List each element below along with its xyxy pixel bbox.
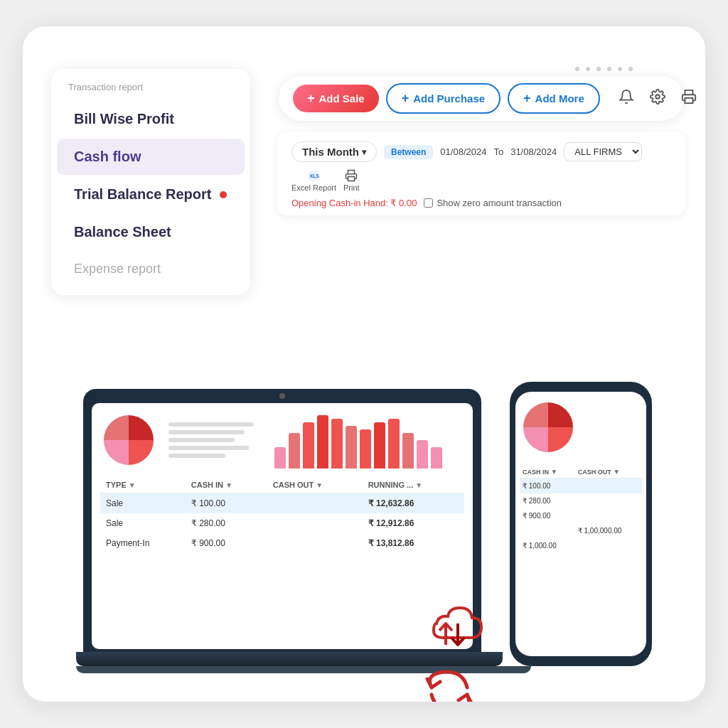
table-row: ₹ 1,000.00 [520, 538, 642, 553]
phone-pie-chart [520, 399, 577, 456]
add-sale-button[interactable]: + Add Sale [293, 85, 379, 112]
sidebar-item-cash-flow[interactable]: Cash flow [57, 139, 245, 175]
bar-item [374, 422, 385, 469]
settings-button[interactable] [646, 86, 670, 111]
cell-cash-out [267, 533, 363, 553]
phone-notch [560, 382, 602, 390]
phone-cash-table: CASH IN ▼ CASH OUT ▼ ₹ 100.00 ₹ 280.00 ₹… [520, 466, 642, 553]
phone-cell-cash-in: ₹ 900.00 [520, 508, 575, 523]
phone-cell-cash-in: ₹ 1,000.00 [520, 538, 575, 553]
plus-icon: + [402, 91, 410, 106]
svg-rect-4 [348, 177, 355, 181]
phone-cell-cash-in: ₹ 280.00 [520, 493, 575, 508]
all-firms-select[interactable]: ALL FIRMS [564, 142, 642, 161]
svg-point-9 [575, 67, 579, 71]
phone-cell-cash-out [575, 538, 642, 553]
cell-cash-out [267, 513, 363, 533]
print-button[interactable] [677, 86, 701, 111]
laptop-pie-chart [100, 412, 157, 469]
sidebar-item-label: Trial Balance Report [74, 186, 211, 203]
notification-button[interactable] [614, 86, 638, 111]
sidebar-section-label: Transaction report [51, 82, 250, 100]
main-card: // inline dots Transaction report Bill W… [23, 26, 705, 702]
show-zero-checkbox[interactable] [424, 198, 433, 208]
bar-item [388, 419, 400, 469]
laptop-cash-table: TYPE ▼ CASH IN ▼ CASH OUT ▼ RUNNING ... … [100, 477, 464, 553]
laptop-bar-chart [274, 412, 464, 469]
opening-cash-text: Opening Cash-in Hand: ₹ 0.00 [291, 198, 417, 208]
bar-item [331, 419, 343, 469]
phone-cell-cash-out: ₹ 1,00,000.00 [575, 523, 642, 538]
cell-running: ₹ 12,632.86 [363, 493, 464, 514]
table-row: ₹ 900.00 [520, 508, 642, 523]
col-cash-in: CASH IN ▼ [186, 477, 267, 493]
phone-cell-cash-out [575, 493, 642, 508]
date-from: 01/08/2024 [440, 146, 486, 157]
bar-item [317, 415, 328, 469]
this-month-button[interactable]: This Month ▾ [291, 141, 377, 162]
svg-point-11 [596, 67, 601, 71]
sidebar-item-expense-report[interactable]: Expense report [57, 252, 245, 287]
sidebar-item-trial-balance[interactable]: Trial Balance Report [57, 176, 245, 213]
add-sale-label: Add Sale [319, 92, 365, 105]
table-row: ₹ 1,00,000.00 [520, 523, 642, 538]
sidebar-item-label: Expense report [74, 262, 161, 277]
bar-item [289, 433, 300, 469]
mockup-area: TYPE ▼ CASH IN ▼ CASH OUT ▼ RUNNING ... … [23, 353, 705, 695]
col-cash-out: CASH OUT ▼ [267, 477, 363, 493]
svg-point-13 [618, 67, 622, 71]
table-row: Sale ₹ 280.00 ₹ 12,912.86 [100, 513, 464, 533]
cell-cash-in: ₹ 280.00 [186, 513, 267, 533]
bar-item [346, 426, 357, 469]
cell-type: Sale [100, 513, 186, 533]
cell-running: ₹ 12,912.86 [363, 513, 464, 533]
excel-report-label: Excel Report [291, 183, 336, 192]
phone-screen: CASH IN ▼ CASH OUT ▼ ₹ 100.00 ₹ 280.00 ₹… [515, 392, 646, 656]
sidebar-item-bill-wise-profit[interactable]: Bill Wise Profit [57, 101, 245, 137]
plus-icon: + [307, 91, 315, 106]
col-type: TYPE ▼ [100, 477, 186, 493]
print-label: Print [343, 183, 360, 192]
phone-mockup: CASH IN ▼ CASH OUT ▼ ₹ 100.00 ₹ 280.00 ₹… [510, 382, 652, 680]
plus-icon: + [523, 91, 531, 106]
sidebar-item-label: Cash flow [74, 149, 141, 165]
sidebar: Transaction report Bill Wise Profit Cash… [51, 69, 250, 295]
svg-point-10 [586, 67, 590, 71]
sidebar-item-balance-sheet[interactable]: Balance Sheet [57, 214, 245, 250]
bar-item [303, 422, 314, 469]
cell-type: Payment-In [100, 533, 186, 553]
svg-point-0 [655, 95, 660, 99]
table-row: Sale ₹ 100.00 ₹ 12,632.86 [100, 493, 464, 514]
svg-rect-1 [685, 98, 692, 103]
excel-report-button[interactable]: XLS Excel Report [291, 169, 336, 192]
date-to: 31/08/2024 [510, 146, 557, 157]
lines-placeholder [168, 422, 263, 458]
phone-cell-cash-in [520, 523, 575, 538]
bar-item [274, 447, 286, 469]
laptop-camera [279, 393, 285, 399]
add-purchase-button[interactable]: + Add Purchase [386, 83, 500, 114]
bar-item [431, 447, 442, 469]
table-row: ₹ 100.00 [520, 478, 642, 494]
cell-type: Sale [100, 493, 186, 514]
add-purchase-label: Add Purchase [413, 92, 485, 105]
phone-cell-cash-out [575, 478, 642, 494]
show-zero-checkbox-label[interactable]: Show zero amount transaction [424, 198, 562, 208]
svg-text:XLS: XLS [310, 173, 320, 178]
to-label: To [493, 146, 503, 157]
cell-running: ₹ 13,812.86 [363, 533, 464, 553]
filter-bar: This Month ▾ Between 01/08/2024 To 31/08… [277, 132, 685, 215]
col-running: RUNNING ... ▼ [363, 477, 464, 493]
add-more-button[interactable]: + Add More [508, 83, 600, 114]
table-row: ₹ 280.00 [520, 493, 642, 508]
chevron-down-icon: ▾ [362, 147, 366, 157]
bar-item [360, 429, 371, 469]
table-row: Payment-In ₹ 900.00 ₹ 13,812.86 [100, 533, 464, 553]
this-month-label: This Month [302, 146, 359, 158]
phone-col-cash-out: CASH OUT ▼ [575, 466, 642, 478]
svg-point-14 [628, 67, 633, 71]
cloud-icon [407, 595, 492, 652]
print-filter-button[interactable]: Print [343, 169, 360, 192]
phone-cell-cash-out [575, 508, 642, 523]
cloud-sync-illustration [392, 595, 506, 702]
